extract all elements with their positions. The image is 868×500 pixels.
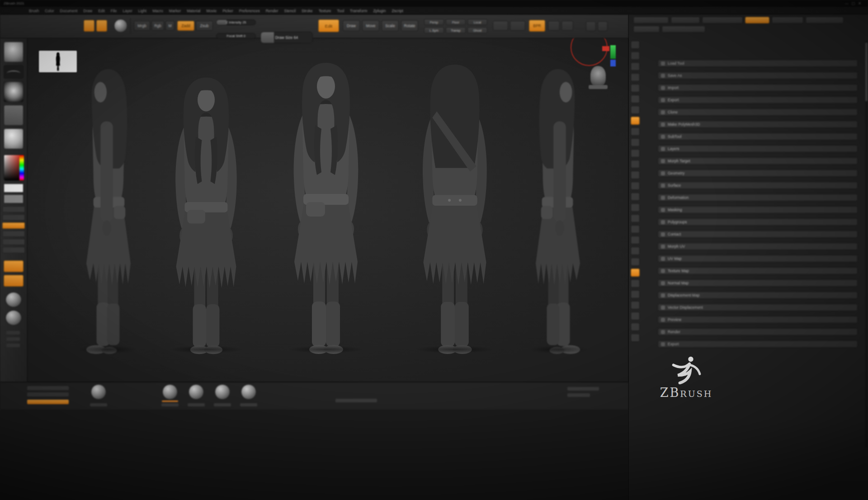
palette-strip-icon[interactable] <box>631 41 640 49</box>
mrgb-button[interactable]: Mrgb <box>134 21 150 31</box>
alpha-thumbnail[interactable] <box>4 81 24 102</box>
shelf-sphere-icon[interactable] <box>5 292 22 307</box>
window-controls[interactable]: —▢✕ <box>845 0 864 7</box>
bpr-button[interactable]: BPR <box>529 20 545 32</box>
menu-item[interactable]: Color <box>45 9 54 13</box>
material-sphere-icon[interactable] <box>189 384 204 400</box>
palette-strip-icon[interactable] <box>631 269 640 277</box>
quick-button[interactable] <box>2 231 25 237</box>
menu-item[interactable]: Draw <box>83 9 92 13</box>
palette-strip-icon[interactable] <box>631 127 640 136</box>
subpalette-row[interactable]: Texture Map <box>658 267 858 274</box>
palette-header-button-active[interactable] <box>745 17 769 24</box>
transform-button[interactable]: Scale <box>382 20 399 31</box>
menu-item[interactable]: Macro <box>152 9 163 13</box>
current-material-icon[interactable] <box>114 19 127 33</box>
menu-item[interactable]: Movie <box>207 9 217 13</box>
menu-item[interactable]: Render <box>266 9 278 13</box>
menu-item[interactable]: Edit <box>98 9 105 13</box>
subpalette-row[interactable]: Preview <box>658 316 858 323</box>
view-toggle-button[interactable]: Persp <box>424 19 444 25</box>
subpalette-row[interactable]: Clone <box>658 108 858 116</box>
subpalette-row[interactable]: Render <box>658 328 858 335</box>
subpalette-row[interactable]: Surface <box>658 182 858 189</box>
zsub-button[interactable]: Zsub <box>196 21 213 31</box>
palette-strip-icon[interactable] <box>631 225 640 233</box>
shelf-orange-button[interactable] <box>4 260 24 272</box>
palette-strip-icon[interactable] <box>631 73 640 81</box>
bottom-thumbnail[interactable] <box>161 384 179 406</box>
edit-button[interactable]: Edit <box>318 19 339 32</box>
quicksketch-button[interactable] <box>96 20 107 32</box>
menu-item[interactable]: Zscript <box>392 9 403 13</box>
subpalette-row[interactable]: Export <box>658 340 858 348</box>
palette-strip-icon[interactable] <box>631 182 640 190</box>
bottom-thumbnail[interactable] <box>90 384 108 406</box>
solo-button[interactable] <box>493 21 508 31</box>
quick-button[interactable] <box>2 214 25 221</box>
focal-shift-slider[interactable]: Focal Shift 0 <box>216 33 256 39</box>
palette-strip-icon[interactable] <box>631 236 640 244</box>
subpalette-row[interactable]: Layers <box>658 145 858 152</box>
palette-strip-icon[interactable] <box>631 149 640 157</box>
transform-button[interactable]: Move <box>362 20 379 31</box>
shelf-sphere-icon[interactable] <box>5 310 22 325</box>
palette-strip-icon[interactable] <box>631 193 640 201</box>
menu-item[interactable]: Preferences <box>239 9 260 13</box>
scrollbar-thumb[interactable] <box>865 42 868 101</box>
palette-strip-icon[interactable] <box>631 117 640 125</box>
menu-item[interactable]: Picker <box>222 9 233 13</box>
texture-thumbnail[interactable] <box>4 105 24 126</box>
m-button[interactable]: M <box>165 21 175 31</box>
primary-color-swatch[interactable] <box>4 184 24 193</box>
subpalette-row[interactable]: Normal Map <box>658 279 858 287</box>
z-intensity-slider[interactable]: Z Intensity 25 <box>216 19 256 25</box>
sculpt-canvas[interactable] <box>27 38 628 382</box>
quick-button[interactable] <box>2 206 25 212</box>
rgb-button[interactable]: Rgb <box>151 21 164 31</box>
subpalette-row[interactable]: Load Tool <box>658 60 858 67</box>
material-thumbnail[interactable] <box>4 128 24 149</box>
menu-item[interactable]: Marker <box>169 9 181 13</box>
palette-strip-icon[interactable] <box>631 106 640 114</box>
menu-item[interactable]: Material <box>187 9 200 13</box>
palette-strip-icon[interactable] <box>631 52 640 60</box>
shelf-mini-button[interactable] <box>6 344 20 347</box>
subpalette-row[interactable]: Geometry <box>658 170 858 177</box>
quick-button[interactable] <box>2 239 25 245</box>
subpalette-row[interactable]: Save As <box>658 72 858 79</box>
render-option-button[interactable] <box>548 21 560 31</box>
shelf-icon-button[interactable] <box>586 21 596 31</box>
material-sphere-icon[interactable] <box>241 384 256 400</box>
shelf-icon-button[interactable] <box>598 21 608 31</box>
subpalette-row[interactable]: Morph UV <box>658 243 858 250</box>
subpalette-row[interactable]: Deformation <box>658 194 858 201</box>
palette-strip-icon[interactable] <box>631 279 640 288</box>
close-icon[interactable]: ✕ <box>858 1 864 5</box>
menu-item[interactable]: Stroke <box>302 9 313 13</box>
zadd-button[interactable]: Zadd <box>177 21 194 31</box>
color-gradient[interactable] <box>4 155 19 180</box>
palette-strip-icon[interactable] <box>631 171 640 179</box>
palette-strip-icon[interactable] <box>631 247 640 255</box>
view-toggle-button[interactable]: Floor <box>446 19 466 25</box>
menu-item[interactable]: Zplugin <box>373 9 386 13</box>
material-sphere-icon[interactable] <box>91 384 106 400</box>
subpalette-row[interactable]: Polygroups <box>658 218 858 226</box>
subpalette-row[interactable]: Displacement Map <box>658 292 858 299</box>
bottom-thumbnail[interactable] <box>213 384 231 406</box>
palette-strip-icon[interactable] <box>631 258 640 266</box>
palette-strip-icon[interactable] <box>631 214 640 222</box>
color-picker[interactable] <box>4 155 24 181</box>
transform-button[interactable]: Draw <box>343 20 360 31</box>
panel-scrollbar[interactable] <box>865 41 868 448</box>
palette-strip-icon[interactable] <box>631 301 640 309</box>
palette-strip-icon[interactable] <box>631 334 640 342</box>
shelf-orange-button[interactable] <box>4 275 24 287</box>
view-toggle-button[interactable]: L.Sym <box>424 27 444 33</box>
bottom-label-bar[interactable] <box>27 392 69 396</box>
quick-button[interactable] <box>2 247 25 253</box>
maximize-icon[interactable]: ▢ <box>852 1 859 5</box>
stroke-thumbnail[interactable] <box>4 65 24 79</box>
bottom-thumbnail[interactable] <box>187 384 205 406</box>
